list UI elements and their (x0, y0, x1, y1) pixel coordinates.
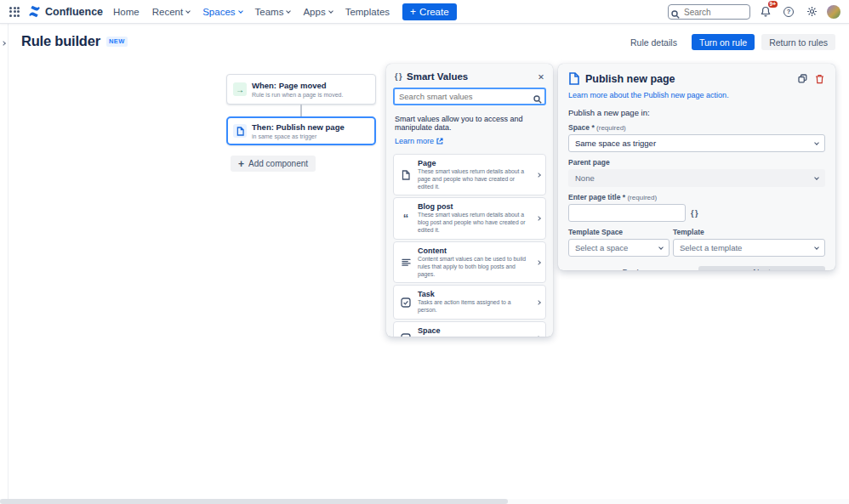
page-header: Rule builder NEW (21, 33, 128, 49)
notifications-button[interactable]: 9+ (758, 4, 773, 20)
trigger-title: When: Page moved (252, 81, 343, 90)
next-button[interactable]: Next (698, 266, 825, 270)
settings-button[interactable] (804, 4, 819, 20)
turn-on-rule-button[interactable]: Turn on rule (692, 34, 755, 50)
template-field-label: Template (673, 228, 825, 236)
expand-sidebar-chevron[interactable] (2, 33, 5, 48)
delete-component-button[interactable] (814, 73, 825, 85)
help-button[interactable]: ? (781, 4, 796, 20)
page-icon (399, 170, 413, 180)
chevron-down-icon (814, 245, 819, 250)
template-space-field-label: Template Space (568, 228, 670, 236)
back-button[interactable]: Back (568, 266, 695, 270)
chevron-down-icon (328, 8, 333, 14)
publish-learn-more-link[interactable]: Learn more about the Publish new page ac… (568, 91, 729, 99)
chevron-down-icon (287, 8, 292, 14)
user-avatar[interactable] (827, 5, 840, 19)
plus-icon: + (410, 7, 416, 17)
publish-panel-title: Publish new page (585, 73, 791, 85)
trigger-arrow-icon: → (233, 82, 247, 96)
publish-intro-text: Publish a new page in: (568, 108, 825, 117)
confluence-logo[interactable]: Confluence (28, 5, 103, 18)
task-checkbox-icon (399, 297, 413, 308)
smart-values-intro: Smart values allow you to access and man… (395, 115, 544, 132)
parent-page-select[interactable]: None (568, 169, 825, 187)
app-switcher-icon[interactable] (9, 6, 20, 18)
blog-post-icon: “ (399, 215, 413, 222)
trash-icon (815, 74, 824, 84)
notification-count-badge: 9+ (768, 1, 778, 8)
smart-values-learn-more-link[interactable]: Learn more (395, 137, 443, 145)
smart-value-item-content[interactable]: Content Content smart values can be used… (393, 241, 546, 283)
page-title: Rule builder (21, 33, 100, 49)
insert-smart-value-button[interactable]: { } (691, 209, 698, 218)
add-component-button[interactable]: + Add component (231, 156, 316, 172)
chevron-down-icon (238, 8, 243, 14)
trigger-card[interactable]: → When: Page moved Rule is run when a pa… (226, 74, 376, 105)
chevron-right-icon (536, 260, 541, 265)
header-actions: Rule details Turn on rule Return to rule… (623, 34, 835, 50)
collapsed-sidebar-rail (0, 24, 9, 499)
space-field-label: Space * (required) (568, 123, 825, 132)
confluence-app-window: Confluence Home Recent Spaces Teams Apps… (0, 0, 849, 504)
space-select[interactable]: Same space as trigger (568, 134, 825, 152)
create-button[interactable]: + Create (402, 3, 457, 20)
nav-teams[interactable]: Teams (255, 7, 291, 17)
brand-name: Confluence (45, 6, 103, 18)
duplicate-component-button[interactable] (797, 73, 808, 84)
rule-details-button[interactable]: Rule details (623, 34, 685, 50)
chevron-down-icon (814, 140, 819, 145)
confluence-mark-icon (28, 5, 41, 18)
smart-values-search-input[interactable] (393, 88, 546, 105)
smart-value-item-page[interactable]: Page These smart values return details a… (393, 154, 546, 195)
smart-value-item-blog-post[interactable]: “ Blog post These smart values return de… (393, 197, 546, 239)
plus-icon: + (238, 159, 244, 169)
nav-home[interactable]: Home (113, 7, 140, 17)
page-title-field-label: Enter page title * (required) (568, 193, 825, 201)
page-title-input[interactable] (568, 204, 686, 222)
action-title: Then: Publish new page (252, 122, 345, 132)
template-select[interactable]: Select a template (673, 239, 825, 257)
braces-icon: { } (395, 72, 402, 81)
page-icon (568, 72, 579, 85)
external-link-icon (436, 138, 443, 144)
nav-apps[interactable]: Apps (303, 7, 332, 17)
parent-page-field-label: Parent page (568, 158, 825, 167)
publish-new-page-panel: Publish new page Learn more about the Pu… (558, 64, 835, 270)
help-icon: ? (783, 7, 794, 17)
close-icon[interactable]: ✕ (538, 72, 544, 82)
nav-templates[interactable]: Templates (345, 7, 390, 17)
template-space-select[interactable]: Select a space (568, 239, 670, 257)
chevron-right-icon (536, 216, 541, 221)
horizontal-scrollbar-thumb[interactable] (0, 499, 508, 504)
smart-values-list: Page These smart values return details a… (393, 154, 546, 337)
flow-connector-line (300, 105, 302, 116)
content-icon (399, 258, 413, 267)
smart-values-title: Smart Values (407, 71, 468, 82)
search-input[interactable] (668, 4, 750, 20)
chevron-right-icon (536, 300, 541, 305)
copy-icon (798, 74, 807, 83)
chevron-down-icon (185, 8, 191, 14)
smart-value-item-space[interactable]: Space These smart values return details … (393, 321, 546, 337)
gear-icon (806, 6, 818, 17)
nav-spaces[interactable]: Spaces (202, 7, 242, 17)
top-navigation-bar: Confluence Home Recent Spaces Teams Apps… (0, 0, 849, 24)
nav-recent[interactable]: Recent (152, 7, 190, 17)
global-search (668, 3, 750, 20)
chevron-right-icon (536, 173, 541, 178)
smart-values-header: { } Smart Values ✕ (386, 64, 553, 86)
smart-value-item-task[interactable]: Task Tasks are action items assigned to … (393, 285, 546, 320)
bell-icon (761, 6, 771, 17)
braces-icon: { } (691, 209, 698, 218)
space-icon (399, 333, 413, 337)
smart-values-panel: { } Smart Values ✕ Smart values allow yo… (386, 64, 553, 337)
chevron-down-icon (658, 245, 664, 250)
chevron-down-icon (814, 175, 819, 180)
action-card-selected[interactable]: Then: Publish new page in same space as … (226, 116, 376, 145)
page-icon (233, 124, 247, 138)
return-to-rules-button[interactable]: Return to rules (761, 34, 835, 50)
primary-nav: Home Recent Spaces Teams Apps Templates (113, 7, 390, 17)
trigger-subtitle: Rule is run when a page is moved. (252, 92, 343, 98)
smart-values-search (393, 88, 546, 105)
